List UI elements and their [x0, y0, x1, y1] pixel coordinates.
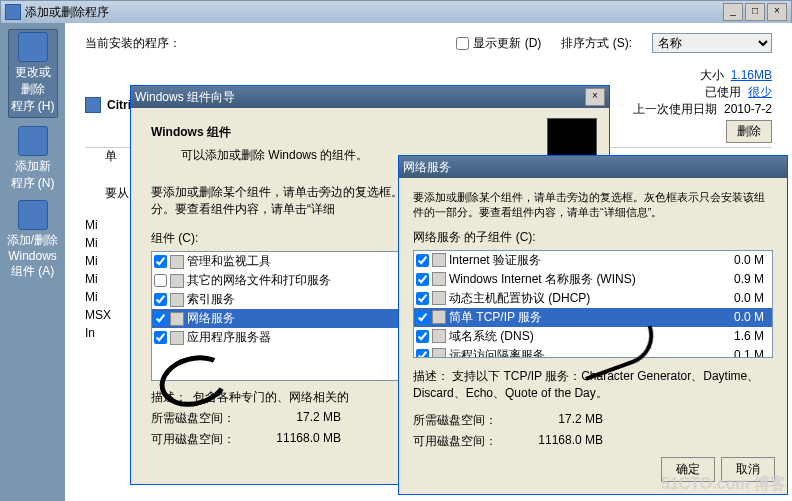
disk-req-label: 所需磁盘空间： [151, 410, 261, 427]
component-checkbox[interactable] [154, 274, 167, 287]
subcomp-row[interactable]: 域名系统 (DNS)1.6 M [414, 327, 772, 346]
wizard-close-button[interactable]: × [585, 88, 605, 106]
sub-desc-value: 支持以下 TCP/IP 服务：Character Generator、Dayti… [413, 369, 759, 400]
sub-desc-label: 描述： [413, 369, 449, 383]
minimize-button[interactable]: _ [723, 3, 743, 21]
maximize-button[interactable]: □ [745, 3, 765, 21]
folder-icon [170, 312, 184, 326]
sub-titlebar: 网络服务 [399, 156, 787, 178]
windows-comp-icon [18, 200, 48, 230]
sub-disk-req-label: 所需磁盘空间： [413, 412, 523, 429]
program-info: 大小 1.16MB 已使用 很少 上一次使用日期 2010-7-2 删除 [633, 67, 772, 143]
sub-disk-avail-value: 11168.0 MB [523, 433, 603, 450]
service-icon [432, 348, 446, 358]
disk-avail-label: 可用磁盘空间： [151, 431, 261, 448]
side-add-new[interactable]: 添加新 程序 (N) [11, 126, 55, 192]
main-title: 添加或删除程序 [25, 4, 109, 21]
subcomp-checkbox[interactable] [416, 292, 429, 305]
remove-button[interactable]: 删除 [726, 120, 772, 143]
sort-label: 排序方式 (S): [561, 35, 632, 52]
cancel-button[interactable]: 取消 [721, 457, 775, 482]
size-cell: 0.1 M [734, 348, 770, 358]
component-checkbox[interactable] [154, 312, 167, 325]
installed-label: 当前安装的程序： [85, 35, 181, 52]
component-desc-text: 包含各种专门的、网络相关的 [193, 390, 349, 404]
disk-req-value: 17.2 MB [261, 410, 341, 427]
wizard-heading: Windows 组件 [151, 124, 589, 141]
subcomp-checkbox[interactable] [416, 273, 429, 286]
subcomp-row[interactable]: 远程访问隔离服务0.1 M [414, 346, 772, 358]
size-cell: 0.0 M [734, 253, 770, 267]
size-cell: 0.9 M [734, 272, 770, 286]
service-icon [432, 272, 446, 286]
subcomp-checkbox[interactable] [416, 311, 429, 324]
component-checkbox[interactable] [154, 255, 167, 268]
program-icon [85, 97, 101, 113]
component-checkbox[interactable] [154, 293, 167, 306]
service-icon [432, 253, 446, 267]
subcomp-row[interactable]: 动态主机配置协议 (DHCP)0.0 M [414, 289, 772, 308]
service-icon [432, 291, 446, 305]
folder-icon [170, 274, 184, 288]
ok-button[interactable]: 确定 [661, 457, 715, 482]
wizard-titlebar: Windows 组件向导 × [131, 86, 609, 108]
subcomp-row[interactable]: Windows Internet 名称服务 (WINS)0.9 M [414, 270, 772, 289]
subcomp-checkbox[interactable] [416, 254, 429, 267]
side-change-remove[interactable]: 更改或 删除 程序 (H) [8, 29, 58, 118]
subcomp-row-selected[interactable]: 简单 TCP/IP 服务0.0 M [414, 308, 772, 327]
change-remove-icon [18, 32, 48, 62]
subcomponents-listbox[interactable]: Internet 验证服务0.0 M Windows Internet 名称服务… [413, 250, 773, 358]
sort-select[interactable]: 名称 [652, 33, 772, 53]
subcomp-row[interactable]: Internet 验证服务0.0 M [414, 251, 772, 270]
size-cell: 0.0 M [734, 291, 770, 305]
size-cell: 1.6 M [734, 329, 770, 343]
side-windows-components[interactable]: 添加/删除 Windows 组件 (A) [7, 200, 58, 280]
folder-icon [170, 293, 184, 307]
close-button[interactable]: × [767, 3, 787, 21]
subcomp-checkbox[interactable] [416, 330, 429, 343]
size-link[interactable]: 1.16MB [731, 68, 772, 82]
service-icon [432, 329, 446, 343]
side-panel: 更改或 删除 程序 (H) 添加新 程序 (N) 添加/删除 Windows 组… [0, 23, 65, 501]
sub-desc-text: 要添加或删除某个组件，请单击旁边的复选框。灰色框表示只会安装该组件的一部分。要查… [413, 190, 773, 221]
folder-icon [170, 331, 184, 345]
size-cell: 0.0 M [734, 310, 770, 324]
disk-avail-value: 11168.0 MB [261, 431, 341, 448]
folder-icon [170, 255, 184, 269]
subcomp-checkbox[interactable] [416, 349, 429, 358]
main-titlebar: 添加或删除程序 _ □ × [1, 1, 791, 23]
app-icon [5, 4, 21, 20]
main-window: 添加或删除程序 _ □ × [0, 0, 792, 23]
component-desc-label: 描述： [151, 390, 187, 404]
component-checkbox[interactable] [154, 331, 167, 344]
sub-disk-avail-label: 可用磁盘空间： [413, 433, 523, 450]
sub-title: 网络服务 [403, 159, 451, 176]
wizard-title: Windows 组件向导 [135, 89, 235, 106]
sub-disk-req-value: 17.2 MB [523, 412, 603, 429]
add-new-icon [18, 126, 48, 156]
show-updates-checkbox[interactable]: 显示更新 (D) [456, 35, 541, 52]
network-services-window: 网络服务 要添加或删除某个组件，请单击旁边的复选框。灰色框表示只会安装该组件的一… [398, 155, 788, 495]
service-icon [432, 310, 446, 324]
used-link[interactable]: 很少 [748, 85, 772, 99]
subcomponents-label: 网络服务 的子组件 (C): [413, 229, 773, 246]
